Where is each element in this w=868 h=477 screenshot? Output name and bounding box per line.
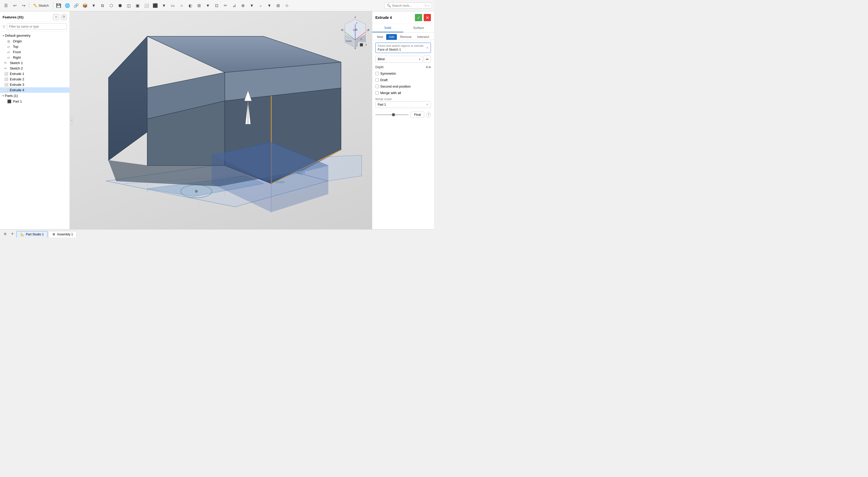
faces-field-container: Faces and sketch regions to extrude Face… bbox=[375, 42, 431, 53]
tool1-btn[interactable]: ▭ bbox=[169, 2, 177, 9]
cancel-btn[interactable]: ✕ bbox=[424, 14, 431, 21]
op-new[interactable]: New bbox=[374, 34, 386, 40]
shape6-btn[interactable]: ⬛ bbox=[151, 2, 159, 9]
tab-solid[interactable]: Solid bbox=[372, 24, 403, 32]
dropdown5-btn[interactable]: ▼ bbox=[266, 2, 273, 9]
blind-label: Blind bbox=[378, 57, 385, 61]
tool2-btn[interactable]: ○ bbox=[178, 2, 185, 9]
globe-btn[interactable]: 🌐 bbox=[64, 2, 71, 9]
extrude1-label: Extrude 1 bbox=[10, 72, 67, 76]
sketch1-label: Sketch 1 bbox=[10, 61, 67, 65]
svg-text:▲: ▲ bbox=[354, 17, 357, 19]
search-input[interactable] bbox=[392, 4, 423, 7]
collapse-handle[interactable]: ‹ bbox=[70, 115, 74, 126]
shape2-btn[interactable]: ⬢ bbox=[116, 2, 124, 9]
dropdown2-btn[interactable]: ▼ bbox=[160, 2, 168, 9]
shape5-btn[interactable]: ⬜ bbox=[143, 2, 150, 9]
merge-scope-label: Merge scope bbox=[375, 97, 431, 100]
tree-sketch2[interactable]: ✏ Sketch 2 bbox=[0, 66, 69, 71]
viewport[interactable]: ‹ bbox=[70, 11, 372, 229]
dropdown1-btn[interactable]: ▼ bbox=[90, 2, 98, 9]
shape4-btn[interactable]: ▣ bbox=[134, 2, 142, 9]
tree-extrude2[interactable]: ⬜ Extrude 2 bbox=[0, 77, 69, 82]
expand-arrow: ▾ bbox=[3, 34, 4, 37]
blind-select[interactable]: Blind ▾ bbox=[375, 56, 423, 62]
tab-part-studio[interactable]: 📐 Part Studio 1 bbox=[17, 231, 48, 237]
second-end-checkbox[interactable] bbox=[375, 85, 379, 88]
parts-expand-arrow: ▾ bbox=[3, 94, 4, 97]
tree-front[interactable]: ▱ Front bbox=[0, 49, 69, 55]
cube-btn[interactable]: 📦 bbox=[81, 2, 89, 9]
tree-right[interactable]: ▱ Right bbox=[0, 55, 69, 60]
redo-btn[interactable]: ↪ bbox=[20, 2, 27, 9]
op-add[interactable]: Add bbox=[386, 34, 397, 40]
merge-scope-field[interactable]: Part 1 ✕ bbox=[375, 101, 431, 108]
tool3-btn[interactable]: ◐ bbox=[187, 2, 194, 9]
preview-slider[interactable] bbox=[375, 114, 409, 115]
default-geometry-group[interactable]: ▾ Default geometry bbox=[0, 33, 69, 38]
nav-cube[interactable]: Left Front Z X Y Z ▲ ▼ ◀ ▶ ⬛ ▾ bbox=[341, 17, 367, 42]
right-label: Right bbox=[13, 56, 67, 59]
parts-group[interactable]: ▾ Parts (1) bbox=[0, 93, 69, 99]
dropdown3-btn[interactable]: ▼ bbox=[204, 2, 212, 9]
svg-text:▼: ▼ bbox=[354, 47, 357, 50]
filter-input[interactable] bbox=[7, 24, 67, 30]
add-feature-btn[interactable]: + bbox=[53, 14, 59, 20]
tool4-btn[interactable]: ⊞ bbox=[195, 2, 203, 9]
save-btn[interactable]: 💾 bbox=[55, 2, 63, 9]
tree-extrude4[interactable]: ⬜ Extrude 4 bbox=[0, 87, 69, 93]
tool9-btn[interactable]: ⬦ bbox=[257, 2, 265, 9]
tab-surface[interactable]: Surface bbox=[403, 24, 434, 32]
final-btn[interactable]: Final bbox=[411, 112, 424, 118]
svg-text:Front: Front bbox=[346, 40, 351, 42]
blind-pencil-btn[interactable]: ✏ bbox=[424, 56, 431, 63]
tool5-btn[interactable]: ⊡ bbox=[213, 2, 221, 9]
symmetric-checkbox[interactable] bbox=[375, 72, 379, 75]
view-style-arrow[interactable]: ▾ bbox=[366, 43, 367, 46]
draft-label: Draft bbox=[380, 78, 388, 82]
symmetric-label: Symmetric bbox=[380, 71, 396, 76]
undo-btn[interactable]: ↩ bbox=[11, 2, 19, 9]
viewport-svg: Right Front bbox=[70, 11, 372, 229]
copy-btn[interactable]: ⧉ bbox=[99, 2, 106, 9]
merge-scope-clear[interactable]: ✕ bbox=[426, 103, 429, 107]
op-remove[interactable]: Remove bbox=[397, 34, 414, 40]
tree-sketch1[interactable]: ✏ Sketch 1 bbox=[0, 60, 69, 66]
tree-extrude1[interactable]: ⬜ Extrude 1 bbox=[0, 71, 69, 77]
sketch-btn[interactable]: ✏️ Sketch bbox=[31, 3, 52, 8]
draft-checkbox[interactable] bbox=[375, 78, 379, 82]
plane-icon: ▱ bbox=[7, 45, 11, 49]
tool7-btn[interactable]: ⊿ bbox=[230, 2, 238, 9]
svg-text:Right: Right bbox=[297, 171, 305, 175]
menu-btn[interactable]: ☰ bbox=[2, 2, 10, 9]
tab-assembly[interactable]: ⚙ Assembly 1 bbox=[49, 231, 77, 237]
faces-field-box[interactable]: Faces and sketch regions to extrude Face… bbox=[375, 42, 431, 53]
confirm-btn[interactable]: ✓ bbox=[415, 14, 422, 21]
tool10-btn[interactable]: ⊞ bbox=[274, 2, 282, 9]
view-style-btn[interactable]: ⬛ bbox=[358, 42, 365, 48]
tool6-btn[interactable]: ✂ bbox=[222, 2, 229, 9]
tree-extrude3[interactable]: ⬜ Extrude 3 bbox=[0, 82, 69, 87]
op-intersect[interactable]: Intersect bbox=[414, 34, 432, 40]
tree-part1[interactable]: ⬛ Part 1 bbox=[0, 99, 69, 104]
dropdown4-btn[interactable]: ▼ bbox=[248, 2, 256, 9]
slider-row: Final ? bbox=[375, 112, 431, 118]
tree-top[interactable]: ▱ Top bbox=[0, 44, 69, 49]
help-btn[interactable]: ? bbox=[426, 112, 431, 118]
bottom-bar: ⚙ + 📐 Part Studio 1 ⚙ Assembly 1 bbox=[0, 229, 434, 239]
shape3-btn[interactable]: ◫ bbox=[125, 2, 133, 9]
main-layout: Features (31) + ⏱ ▽ ▾ Default geometry ◎… bbox=[0, 11, 434, 229]
faces-clear-btn[interactable]: ✕ bbox=[426, 46, 429, 50]
bottom-left-icon[interactable]: ⚙ bbox=[2, 231, 8, 237]
shape1-btn[interactable]: ⬡ bbox=[107, 2, 115, 9]
plane-icon3: ▱ bbox=[7, 56, 11, 59]
tool8-btn[interactable]: ⊕ bbox=[239, 2, 247, 9]
sketch-icon1: ✏ bbox=[4, 61, 8, 65]
history-btn[interactable]: ⏱ bbox=[61, 14, 67, 20]
add-tab-btn[interactable]: + bbox=[9, 231, 16, 237]
tree-origin[interactable]: ◎ Origin bbox=[0, 38, 69, 44]
rp-header: Extrude 4 ✓ ✕ bbox=[372, 11, 434, 24]
crosshair-btn[interactable]: ⊹ bbox=[283, 2, 291, 9]
merge-all-checkbox[interactable] bbox=[375, 91, 379, 95]
link-btn[interactable]: 🔗 bbox=[72, 2, 80, 9]
